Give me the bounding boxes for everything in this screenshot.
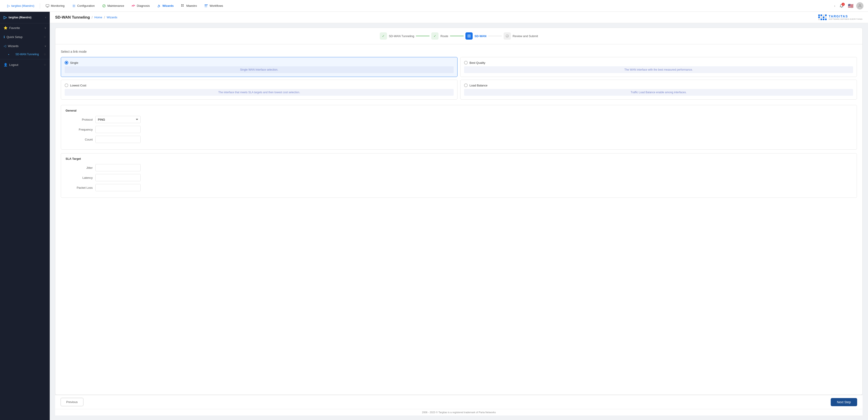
targitas-logo-text-group: TARGITAS SOFTWARE DEFINED EVERYTHING <box>829 15 863 20</box>
jitter-row: Jitter <box>66 164 852 171</box>
nav-workflows[interactable]: Workflows <box>202 2 226 9</box>
step-connector-2 <box>450 36 464 36</box>
radio-best-quality[interactable] <box>464 61 468 64</box>
radio-single[interactable] <box>65 61 68 64</box>
link-mode-title: Select a link mode <box>61 50 857 53</box>
bottom-bar: Previous Next Step <box>55 395 863 409</box>
nav-monitoring[interactable]: Monitoring <box>43 2 67 9</box>
workflows-icon <box>204 4 208 8</box>
sidebar-item-sdwan-tunneling[interactable]: SD-WAN Tunneling ☆ <box>0 51 50 58</box>
jitter-input[interactable] <box>95 164 141 171</box>
favorite-icon: ⭐ <box>4 26 7 30</box>
notification-badge: 2 <box>842 3 845 6</box>
nav-wizards[interactable]: Wizards <box>154 2 176 9</box>
link-mode-grid: Single Single WAN Interface selection. B… <box>61 57 857 100</box>
general-section: General Protocol PING TCP UDP HTTP <box>61 105 857 149</box>
svg-rect-8 <box>205 4 208 5</box>
step-sd-wan-icon <box>465 32 473 39</box>
svg-rect-14 <box>468 36 469 37</box>
sidebar-logo-text: targitas (Maestro) <box>8 16 31 19</box>
link-mode-load-balance-desc: Traffic Load Balance enable among interf… <box>464 89 853 96</box>
sidebar-item-quicksetup[interactable]: ℹ Quick Setup ☆ <box>0 32 50 41</box>
jitter-label: Jitter <box>66 166 93 169</box>
sidebar-divider <box>0 59 50 59</box>
svg-rect-4 <box>181 4 182 5</box>
nav-maintenance[interactable]: Maintenance <box>99 2 127 9</box>
wizards-icon <box>157 4 161 8</box>
nav-configuration-label: Configuration <box>77 4 95 7</box>
targitas-logo: TARGITAS SOFTWARE DEFINED EVERYTHING <box>818 15 863 20</box>
nav-right-actions: › 2 🇺🇸 <box>834 2 864 9</box>
breadcrumb-sep2: / <box>104 16 105 19</box>
breadcrumb-bar: SD-WAN Tunneling / Home / Wizards <box>50 12 868 23</box>
radio-lowest-cost[interactable] <box>65 84 68 87</box>
link-mode-load-balance[interactable]: Load Balance Traffic Load Balance enable… <box>460 80 857 100</box>
latency-input[interactable] <box>95 174 141 181</box>
maestro-icon <box>181 4 185 8</box>
latency-label: Latency <box>66 176 93 179</box>
packet-loss-input[interactable] <box>95 184 141 191</box>
nav-configuration[interactable]: Configuration <box>69 2 97 9</box>
breadcrumb-home-link[interactable]: Home <box>94 16 102 19</box>
link-mode-lowest-cost[interactable]: Lowest Cost The interface that meets SLA… <box>61 80 458 100</box>
count-label: Count <box>66 138 93 141</box>
sidebar-collapse-icon[interactable]: ‹ <box>45 16 46 19</box>
step-review-label: Review and Submit <box>513 34 538 38</box>
sidebar-logo-icon: ▷ <box>4 15 7 20</box>
user-avatar[interactable] <box>856 2 864 9</box>
sidebar-item-quicksetup-label: Quick Setup <box>6 35 23 39</box>
language-flag[interactable]: 🇺🇸 <box>848 3 854 8</box>
sidebar-item-wizards[interactable]: ◁ Wizards ∨ <box>0 41 50 51</box>
logout-star-icon: ☆ <box>43 63 46 66</box>
link-mode-load-balance-label: Load Balance <box>469 84 488 87</box>
wizards-chevron-icon: ∨ <box>44 45 46 47</box>
sidebar-item-wizards-label: Wizards <box>8 44 19 48</box>
content-area: SD-WAN Tunneling / Home / Wizards <box>50 12 868 420</box>
nav-maestro[interactable]: Maestro <box>178 2 199 9</box>
latency-row: Latency <box>66 174 852 181</box>
previous-button[interactable]: Previous <box>61 398 84 406</box>
sla-target-section: SLA Target Jitter Latency Packet Loss <box>61 153 857 198</box>
link-mode-best-quality[interactable]: Best Quality The WAN interface with the … <box>460 57 857 77</box>
step-sd-wan-label: SD-WAN <box>474 34 487 38</box>
radio-load-balance[interactable] <box>464 84 468 87</box>
step-sdwan-tunneling-label: SD-WAN Tunneling <box>389 34 414 38</box>
svg-rect-5 <box>183 4 184 5</box>
nav-diagnosis[interactable]: Diagnosis <box>129 2 152 9</box>
packet-loss-row: Packet Loss <box>66 184 852 191</box>
quicksetup-icon: ℹ <box>4 35 5 39</box>
wizard-step-sd-wan: SD-WAN <box>465 32 487 39</box>
breadcrumb-wizards-link[interactable]: Wizards <box>107 16 117 19</box>
monitoring-icon <box>45 4 50 8</box>
targitas-logo-grid <box>818 15 827 20</box>
expand-icon[interactable]: › <box>834 4 835 8</box>
nav-workflows-label: Workflows <box>210 4 223 7</box>
main-layout: ▷ targitas (Maestro) ‹ ⭐ Favorite ∨ ℹ Qu… <box>0 12 868 420</box>
protocol-label: Protocol <box>66 118 93 121</box>
general-section-title: General <box>66 109 852 112</box>
sdwan-star-icon: ☆ <box>43 53 46 56</box>
svg-rect-10 <box>205 6 207 7</box>
wizard-step-sdwan-tunneling: ✓ SD-WAN Tunneling <box>380 32 414 39</box>
sidebar-item-favorite[interactable]: ⭐ Favorite ∨ <box>0 23 50 32</box>
next-step-button[interactable]: Next Step <box>831 398 857 406</box>
top-navigation: ▷ targitas (Maestro) Monitoring Configur… <box>0 0 868 12</box>
page-footer: 2006 - 2023 © Targitas is a registered t… <box>55 409 863 416</box>
sidebar-item-favorite-label: Favorite <box>9 26 20 30</box>
link-mode-single[interactable]: Single Single WAN Interface selection. <box>61 57 458 77</box>
wizard-step-review: Review and Submit <box>504 32 538 39</box>
step-connector-3 <box>488 36 502 36</box>
nav-wizards-label: Wizards <box>162 4 174 7</box>
svg-rect-7 <box>183 6 184 6</box>
frequency-input[interactable] <box>95 126 141 133</box>
protocol-select[interactable]: PING TCP UDP HTTP <box>95 116 141 123</box>
svg-rect-15 <box>469 36 470 37</box>
app-logo[interactable]: ▷ targitas (Maestro) <box>4 2 37 9</box>
quicksetup-star-icon: ☆ <box>43 35 46 38</box>
svg-rect-13 <box>469 35 470 36</box>
notification-button[interactable]: 2 <box>838 2 845 9</box>
sidebar-item-logout-label: Logout <box>9 63 18 66</box>
nav-diagnosis-label: Diagnosis <box>137 4 150 7</box>
count-input[interactable] <box>95 136 141 143</box>
sidebar-item-logout[interactable]: 👤 Logout ☆ <box>0 60 50 69</box>
